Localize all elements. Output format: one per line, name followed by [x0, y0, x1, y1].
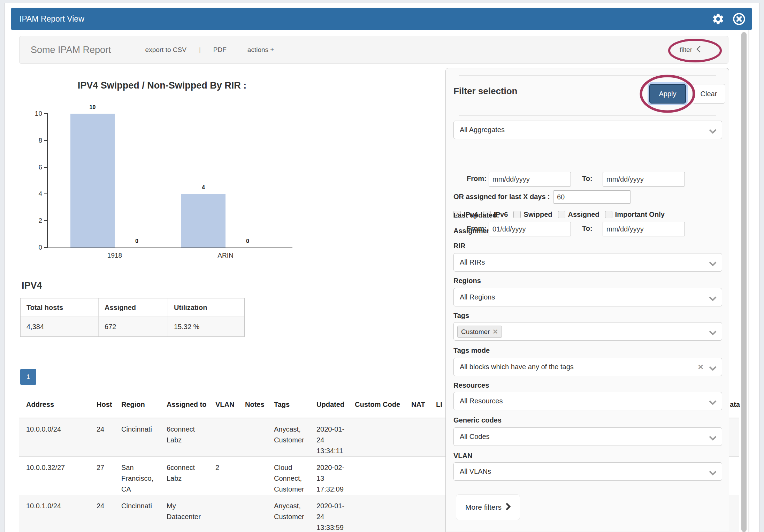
rir-label: RIR: [453, 242, 465, 250]
assignment-from-input[interactable]: [489, 172, 571, 187]
aggregates-select-value: All Aggregates: [460, 121, 505, 139]
resources-select[interactable]: All Resources: [453, 392, 722, 410]
cell-notes: [245, 418, 270, 424]
scrollbar-thumb[interactable]: [741, 32, 747, 532]
cell-vlan: [215, 418, 237, 424]
tags-mode-label: Tags mode: [453, 347, 490, 355]
ipv4-section-heading: IPV4: [22, 280, 42, 291]
toolbar-separator: |: [199, 46, 201, 54]
gear-icon[interactable]: [712, 13, 725, 25]
clear-button[interactable]: Clear: [692, 84, 725, 104]
col-header-updated: Updated: [316, 396, 351, 418]
remove-tag-icon[interactable]: ✕: [492, 328, 498, 335]
resources-select-value: All Resources: [460, 392, 503, 410]
tags-label: Tags: [453, 312, 469, 320]
actions-menu-link[interactable]: actions +: [247, 46, 274, 54]
col-header-custom-code: Custom Code: [355, 396, 407, 418]
ipv4-summary-table: Total hosts Assigned Utilization 4,384 6…: [20, 298, 245, 337]
bar-1918-swipped: [70, 114, 115, 248]
clear-selection-icon[interactable]: ✕: [697, 358, 704, 376]
last-updated-from-input[interactable]: [489, 222, 571, 236]
bar-value-label: 0: [115, 238, 159, 244]
more-filters-button[interactable]: More filters: [456, 494, 520, 520]
page: IPAM Report View Some IPAM Report export…: [0, 0, 764, 532]
cell-host: 27: [97, 457, 117, 473]
tags-mode-select[interactable]: All blocks which have any of the tags ✕: [453, 358, 722, 376]
last-updated-to-label: To:: [582, 225, 593, 233]
report-toolbar: Some IPAM Report export to CSV | PDF act…: [19, 36, 728, 64]
chevron-down-icon: [709, 434, 717, 442]
checkbox-label: Important Only: [615, 211, 665, 219]
panel-divider: [459, 75, 716, 76]
last-x-days-input[interactable]: [553, 190, 631, 204]
export-csv-link[interactable]: export to CSV: [145, 46, 186, 54]
tag-chip-label: Customer: [461, 328, 490, 335]
cell-region: San Francisco, CA: [121, 457, 162, 495]
assignment-to-label: To:: [582, 175, 593, 183]
window-title: IPAM Report View: [20, 8, 84, 30]
tags-mode-select-value: All blocks which have any of the tags: [460, 358, 574, 376]
chart-title: IPV4 Swipped / Non-Swipped By RIR :: [47, 80, 277, 91]
chevron-down-icon: [709, 365, 717, 373]
checkbox-box: [558, 211, 565, 218]
cell-updated: 2020-01-24 13:33:59: [316, 495, 351, 532]
assignment-to-input[interactable]: [603, 172, 685, 187]
cell-region: Cincinnati: [121, 495, 162, 511]
export-pdf-link[interactable]: PDF: [213, 46, 227, 54]
vlan-select[interactable]: All VLANs: [453, 462, 722, 481]
regions-select-value: All Regions: [460, 288, 495, 306]
window-titlebar: IPAM Report View: [11, 8, 752, 30]
summary-value-total-hosts: 4,384: [21, 317, 99, 336]
checkbox-important-only[interactable]: Important Only: [605, 211, 665, 219]
cell-tags: Anycast, Customer: [274, 495, 313, 522]
chevron-down-icon: [709, 260, 717, 268]
summary-value-utilization: 15.32 %: [168, 317, 244, 336]
col-header-clipped-fragment: ata: [730, 401, 740, 409]
report-title: Some IPAM Report: [31, 45, 111, 55]
y-tick-label: 2: [26, 216, 42, 225]
last-updated-to-input[interactable]: [603, 222, 685, 236]
cell-host: 24: [97, 495, 117, 511]
regions-select[interactable]: All Regions: [453, 288, 722, 306]
checkbox-assigned[interactable]: Assigned: [558, 211, 599, 219]
resources-label: Resources: [453, 381, 489, 389]
more-filters-label: More filters: [465, 503, 502, 511]
chevron-down-icon: [709, 469, 717, 477]
filter-toggle[interactable]: filter: [680, 45, 701, 54]
chevron-left-icon: [696, 45, 701, 54]
generic-codes-select[interactable]: All Codes: [453, 427, 722, 446]
cell-updated: 2020-02-13 17:32:09: [316, 457, 351, 495]
summary-header-total-hosts: Total hosts: [21, 298, 99, 317]
y-tick-label: 4: [26, 189, 42, 198]
pagination-page-1[interactable]: 1: [20, 369, 36, 385]
col-header-host: Host: [97, 396, 117, 418]
rir-select[interactable]: All RIRs: [453, 253, 722, 272]
panel-divider: [459, 115, 716, 116]
close-icon[interactable]: [733, 13, 746, 25]
x-category-label: ARIN: [191, 252, 260, 259]
col-header-notes: Notes: [245, 396, 270, 418]
cell-address: 10.0.0.32/27: [26, 457, 92, 473]
col-header-nat: NAT: [411, 396, 432, 418]
scrollbar-track: [748, 30, 749, 532]
cell-updated: 2020-01-24 13:34:11: [316, 418, 351, 456]
aggregates-select[interactable]: All Aggregates: [453, 121, 722, 139]
tags-select[interactable]: Customer✕: [453, 322, 722, 341]
cell-host: 24: [97, 418, 117, 435]
rir-select-value: All RIRs: [460, 253, 485, 271]
cell-notes: [245, 495, 270, 501]
y-tick-label: 6: [26, 163, 42, 172]
col-header-tags: Tags: [274, 396, 313, 418]
checkbox-swipped[interactable]: Swipped: [513, 211, 552, 219]
chevron-down-icon: [709, 329, 717, 337]
assignment-from-label: From:: [467, 175, 487, 183]
apply-button[interactable]: Apply: [649, 84, 686, 104]
y-tick-label: 0: [26, 243, 42, 252]
summary-header-utilization: Utilization: [168, 298, 244, 317]
checkbox-box: [513, 211, 521, 218]
summary-value-assigned: 672: [99, 317, 168, 336]
filter-panel-heading: Filter selection: [453, 86, 518, 97]
y-tick-mark: [44, 167, 48, 168]
cell-tags: Anycast, Customer: [274, 418, 313, 446]
checkbox-label: Assigned: [568, 211, 599, 219]
